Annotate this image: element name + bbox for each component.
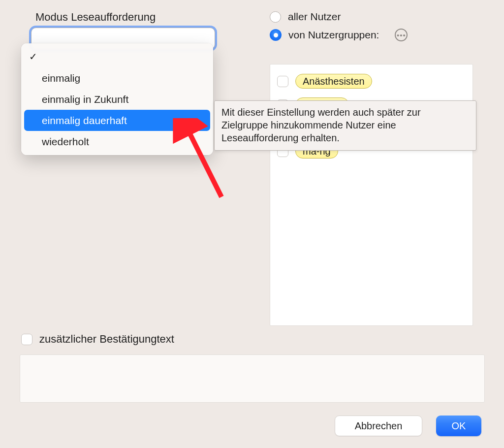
modus-option-einmalig[interactable]: einmalig bbox=[24, 67, 210, 89]
cancel-button[interactable]: Abbrechen bbox=[335, 416, 422, 436]
ok-button[interactable]: OK bbox=[436, 416, 481, 436]
confirm-checkbox[interactable] bbox=[21, 334, 32, 345]
target-all-label: aller Nutzer bbox=[288, 11, 341, 23]
confirm-textarea[interactable] bbox=[20, 354, 485, 403]
modus-menu: einmalig einmalig in Zukunft einmalig da… bbox=[21, 43, 213, 155]
modus-label: Modus Leseaufforderung bbox=[35, 11, 156, 24]
confirm-label: zusätzlicher Bestätigungtext bbox=[39, 333, 174, 346]
group-checkbox[interactable] bbox=[277, 76, 288, 87]
target-groups-label: von Nutzergruppen: bbox=[288, 29, 379, 41]
more-groups-icon[interactable]: ••• bbox=[395, 29, 408, 41]
modus-option-einmalig-zukunft[interactable]: einmalig in Zukunft bbox=[24, 89, 210, 110]
target-groups-row[interactable]: von Nutzergruppen: ••• bbox=[270, 29, 408, 41]
group-pill: Anästhesisten bbox=[295, 74, 372, 89]
radio-all-users[interactable] bbox=[270, 11, 281, 23]
confirm-row[interactable]: zusätzlicher Bestätigungtext bbox=[21, 333, 174, 346]
group-row[interactable]: Anästhesisten bbox=[277, 69, 466, 93]
modus-option-wiederholt[interactable]: wiederholt bbox=[24, 131, 210, 152]
radio-user-groups[interactable] bbox=[270, 29, 282, 41]
tooltip: Mit dieser Einstellung werden auch späte… bbox=[214, 100, 476, 151]
modus-option-einmalig-dauerhaft[interactable]: einmalig dauerhaft bbox=[24, 110, 210, 131]
modus-option-blank[interactable] bbox=[24, 46, 210, 67]
target-all-row[interactable]: aller Nutzer bbox=[270, 11, 341, 23]
